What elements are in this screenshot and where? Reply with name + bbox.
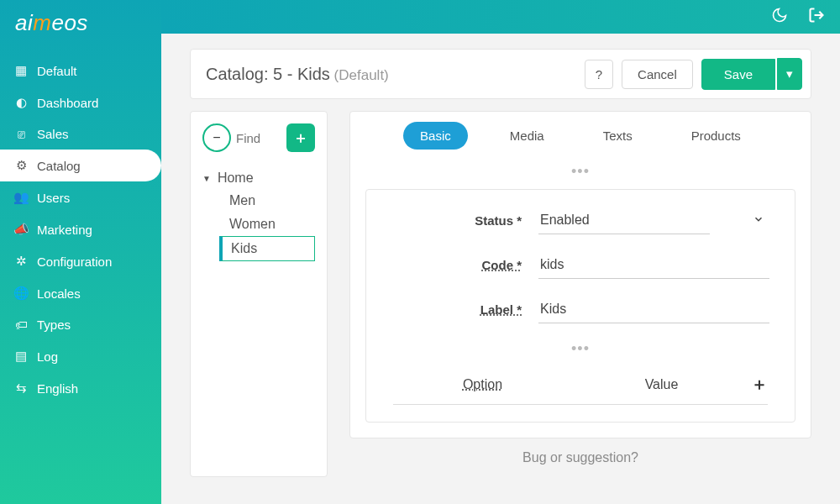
tree-root[interactable]: ▼ Home [202, 167, 315, 189]
nav-language[interactable]: ⇆English [0, 372, 161, 404]
save-dropdown-button[interactable]: ▾ [777, 58, 802, 90]
status-select[interactable] [538, 207, 710, 234]
nav-label: Log [37, 349, 58, 364]
tree-item-kids[interactable]: Kids [219, 236, 315, 261]
logo-ai: ai [15, 10, 33, 35]
tab-media[interactable]: Media [493, 122, 561, 150]
tree-add-button[interactable]: ＋ [286, 123, 315, 152]
save-button[interactable]: Save [701, 59, 775, 90]
logo-m: m [33, 10, 51, 35]
page-title: Catalog: 5 - Kids (Default) [206, 65, 389, 84]
chevron-down-icon [753, 213, 764, 225]
main: Catalog: 5 - Kids (Default) ? Cancel Sav… [161, 0, 840, 504]
page-header: Catalog: 5 - Kids (Default) ? Cancel Sav… [190, 49, 811, 99]
nav-label: Catalog [37, 159, 81, 173]
gears-icon: ✲ [13, 254, 29, 269]
nav-locales[interactable]: 🌐Locales [0, 277, 161, 309]
globe-icon: 🌐 [13, 286, 29, 301]
bullhorn-icon: 📣 [13, 222, 29, 237]
nav-log[interactable]: ▤Log [0, 340, 161, 372]
category-tree: ▼ Home Men Women Kids [202, 167, 315, 261]
dark-mode-toggle[interactable] [771, 7, 788, 24]
nav-sales[interactable]: ⎚Sales [0, 118, 161, 150]
plus-icon: ＋ [293, 128, 308, 148]
nav-dashboard[interactable]: ◐Dashboard [0, 87, 161, 118]
nav-marketing[interactable]: 📣Marketing [0, 213, 161, 245]
code-label: Code * [391, 258, 538, 272]
cancel-button[interactable]: Cancel [622, 60, 693, 89]
form-card: Basic Media Texts Products ••• Status * [349, 111, 811, 438]
drag-handle-2[interactable]: ••• [391, 340, 769, 358]
archive-icon: ▤ [13, 349, 29, 364]
tree-root-label: Home [218, 171, 254, 186]
tree-panel: − ＋ ▼ Home Men Women Kids [190, 111, 328, 477]
value-header: Value [572, 377, 751, 392]
money-icon: ⎚ [13, 127, 29, 141]
nav-label: Sales [37, 127, 69, 141]
nav-catalog[interactable]: ⚙Catalog [0, 150, 161, 181]
nav-users[interactable]: 👥Users [0, 181, 161, 213]
nav-label: Users [37, 191, 70, 205]
tab-products[interactable]: Products [675, 122, 758, 150]
help-button[interactable]: ? [585, 60, 613, 89]
title-main: 5 - Kids [273, 65, 330, 83]
language-icon: ⇆ [13, 381, 29, 396]
code-input[interactable] [538, 251, 769, 279]
nav-label: Types [37, 318, 71, 332]
status-label: Status * [391, 213, 538, 228]
gauge-icon: ◐ [13, 95, 29, 110]
nav-label: Dashboard [37, 96, 98, 110]
logo: aimeos [0, 0, 161, 46]
tab-texts[interactable]: Texts [586, 122, 649, 150]
label-input[interactable] [538, 296, 769, 323]
minus-icon: − [213, 130, 220, 145]
nav: ▦Default ◐Dashboard ⎚Sales ⚙Catalog 👥Use… [0, 55, 161, 404]
nav-label: Locales [37, 286, 81, 301]
nav-label: Default [37, 64, 77, 78]
nav-types[interactable]: 🏷Types [0, 309, 161, 340]
sidebar: aimeos ▦Default ◐Dashboard ⎚Sales ⚙Catal… [0, 0, 161, 504]
logo-eos: eos [51, 10, 87, 35]
logout-button[interactable] [808, 7, 825, 24]
option-header: Option [393, 377, 572, 392]
users-icon: 👥 [13, 190, 29, 205]
nav-configuration[interactable]: ✲Configuration [0, 245, 161, 277]
cubes-icon: ⚙ [13, 158, 29, 173]
tree-find-input[interactable] [236, 131, 281, 145]
calendar-icon: ▦ [13, 63, 29, 78]
nav-default[interactable]: ▦Default [0, 55, 161, 87]
tabs: Basic Media Texts Products [350, 112, 811, 160]
caret-down-icon: ▼ [202, 174, 211, 183]
option-add-button[interactable]: ＋ [751, 373, 768, 396]
title-prefix: Catalog: [206, 65, 273, 83]
nav-label: Configuration [37, 255, 112, 269]
title-suffix: (Default) [330, 67, 389, 83]
options-header: Option Value ＋ [393, 370, 768, 405]
feedback-link[interactable]: Bug or suggestion? [349, 450, 811, 465]
tree-item-men[interactable]: Men [226, 189, 315, 213]
drag-handle[interactable]: ••• [350, 160, 811, 189]
tag-icon: 🏷 [13, 318, 29, 332]
nav-label: Marketing [37, 223, 92, 237]
nav-label: English [37, 381, 78, 396]
tree-item-women[interactable]: Women [226, 213, 315, 236]
tab-basic[interactable]: Basic [403, 122, 468, 150]
label-label: Label * [391, 302, 538, 317]
collapse-all-button[interactable]: − [202, 123, 231, 152]
form-body: Status * Code * [365, 189, 795, 423]
